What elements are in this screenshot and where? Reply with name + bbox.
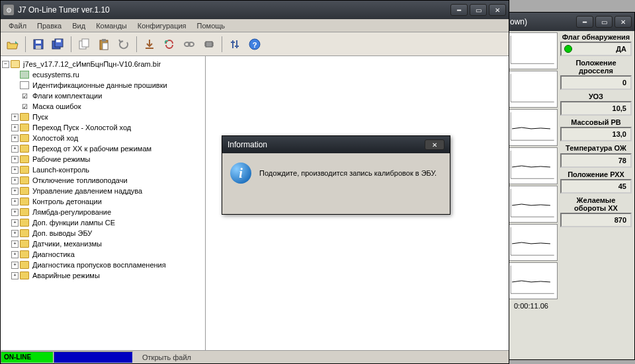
expand-icon[interactable]: + — [11, 156, 19, 163]
copy-icon[interactable] — [75, 35, 93, 54]
expand-icon[interactable]: + — [11, 145, 19, 153]
save-all-icon[interactable] — [49, 35, 67, 54]
tree-node[interactable]: +Диагностика — [2, 249, 204, 260]
menu-commands[interactable]: Команды — [91, 20, 132, 31]
chip-icon[interactable] — [200, 35, 218, 54]
tree-label[interactable]: Датчики, механизмы — [31, 240, 103, 248]
tree-node[interactable]: +Контроль детонации — [2, 196, 204, 207]
mini-graph[interactable] — [505, 224, 558, 261]
tree-label[interactable]: Переход от XX к рабочим режимам — [31, 145, 153, 153]
app-icon: ⚙ — [3, 5, 14, 15]
mini-graph[interactable] — [505, 32, 558, 69]
tree-label[interactable]: Диагностика пропусков воспламенения — [31, 261, 167, 269]
tree-node[interactable]: +Launch-контроль — [2, 164, 204, 175]
tree-root-label[interactable]: j7es_v17.7.12_cИмпБцнПцн-V10.6ram.bir — [22, 60, 162, 68]
tree-label[interactable]: Маска ошибок — [31, 102, 82, 110]
tree-root[interactable]: − j7es_v17.7.12_cИмпБцнПцн-V10.6ram.bir — [2, 59, 204, 69]
expand-icon[interactable]: + — [11, 177, 19, 184]
menu-config[interactable]: Конфигурация — [132, 20, 192, 31]
tree-node[interactable]: +Пуск — [2, 112, 204, 122]
close-button[interactable]: ✕ — [489, 4, 506, 16]
menu-file[interactable]: Файл — [3, 20, 32, 31]
undo-icon[interactable] — [114, 35, 133, 54]
expand-icon[interactable]: + — [11, 114, 19, 121]
expand-icon[interactable]: + — [11, 251, 19, 258]
expand-icon[interactable]: + — [11, 219, 19, 227]
tree-node[interactable]: ecusystems.ru — [2, 69, 204, 80]
expand-icon[interactable]: + — [11, 124, 19, 131]
tree-node[interactable]: +Лямбда-регулирование — [2, 207, 204, 217]
tree-node[interactable]: +Доп. функции лампы CE — [2, 217, 204, 228]
expand-icon[interactable]: + — [11, 262, 19, 269]
tree-node[interactable]: +Диагностика пропусков воспламенения — [2, 260, 204, 270]
open-icon[interactable] — [3, 35, 22, 54]
save-icon[interactable] — [29, 35, 48, 54]
tree-label[interactable]: Лямбда-регулирование — [31, 208, 112, 216]
tree-node[interactable]: +Переход Пуск - Холостой ход — [2, 122, 204, 133]
paste-icon[interactable] — [95, 35, 113, 54]
tree-node[interactable]: Идентификационные данные прошивки — [2, 80, 204, 91]
minimize-button[interactable]: ━ — [450, 4, 468, 16]
side-title-bar[interactable]: own) ━ ▭ ✕ — [503, 13, 634, 31]
mini-graph[interactable] — [505, 262, 558, 299]
tree-node[interactable]: +Управление давлением наддува — [2, 186, 204, 196]
title-bar[interactable]: ⚙ J7 On-Line Tuner ver.1.10 ━ ▭ ✕ — [1, 1, 509, 19]
tree-label[interactable]: Доп. функции лампы CE — [31, 219, 116, 227]
tree-label[interactable]: Доп. выводы ЭБУ — [31, 229, 93, 237]
settings-icon[interactable] — [226, 35, 244, 54]
mini-graph[interactable] — [505, 147, 558, 184]
expand-icon[interactable]: + — [11, 230, 19, 237]
tree-view[interactable]: − j7es_v17.7.12_cИмпБцнПцн-V10.6ram.bir … — [1, 56, 206, 350]
expand-icon[interactable]: + — [11, 240, 19, 248]
checkbox-icon: ☑ — [20, 92, 29, 100]
expand-icon[interactable]: + — [11, 209, 19, 216]
side-close-button[interactable]: ✕ — [614, 16, 632, 28]
tree-label[interactable]: Флаги комплектации — [31, 92, 103, 100]
tree-node[interactable]: +Холостой ход — [2, 133, 204, 143]
expand-icon[interactable]: + — [11, 166, 19, 174]
tree-label[interactable]: Холостой ход — [31, 134, 79, 142]
link-icon[interactable] — [180, 35, 198, 54]
menu-help[interactable]: Помощь — [192, 20, 231, 31]
mini-graph[interactable] — [505, 71, 558, 108]
collapse-icon[interactable]: − — [2, 61, 9, 68]
tree-label[interactable]: Отключение топливоподачи — [31, 176, 129, 184]
tree-node[interactable]: +Доп. выводы ЭБУ — [2, 228, 204, 238]
dialog-title-bar[interactable]: Information ✕ — [222, 136, 450, 153]
tree-label[interactable]: Пуск — [31, 113, 50, 121]
menu-view[interactable]: Вид — [67, 20, 91, 31]
tree-node[interactable]: +Отключение топливоподачи — [2, 175, 204, 186]
tree-node[interactable]: ☑Флаги комплектации — [2, 91, 204, 101]
tree-node[interactable]: +Аварийные режимы — [2, 270, 204, 281]
maximize-button[interactable]: ▭ — [470, 4, 487, 16]
tree-label[interactable]: Launch-контроль — [31, 166, 91, 174]
dialog-close-button[interactable]: ✕ — [425, 139, 444, 150]
tree-label[interactable]: Аварийные режимы — [31, 272, 101, 279]
svg-rect-1 — [36, 40, 41, 44]
mini-graph[interactable] — [505, 186, 558, 223]
help-icon[interactable]: ? — [245, 35, 264, 54]
tree-label[interactable]: Контроль детонации — [31, 198, 103, 205]
tree-label[interactable]: Переход Пуск - Холостой ход — [31, 124, 132, 131]
expand-icon[interactable]: + — [11, 135, 19, 142]
expand-icon[interactable]: + — [11, 272, 19, 279]
status-file: Открыть файл — [140, 351, 509, 363]
tree-node[interactable]: +Переход от XX к рабочим режимам — [2, 143, 204, 154]
tree-node[interactable]: ☑Маска ошибок — [2, 101, 204, 112]
menu-edit[interactable]: Правка — [32, 20, 67, 31]
download-icon[interactable] — [140, 35, 159, 54]
expand-icon[interactable]: + — [11, 198, 19, 205]
tree-node[interactable]: +Датчики, механизмы — [2, 238, 204, 249]
expand-icon[interactable]: + — [11, 188, 19, 195]
tree-node[interactable]: +Рабочие режимы — [2, 154, 204, 164]
side-maximize-button[interactable]: ▭ — [595, 16, 613, 28]
side-minimize-button[interactable]: ━ — [576, 16, 593, 28]
tree-label[interactable]: ecusystems.ru — [31, 71, 81, 79]
mini-graph[interactable] — [505, 109, 558, 146]
tree-label[interactable]: Диагностика — [31, 250, 76, 258]
tree-label[interactable]: Рабочие режимы — [31, 155, 91, 163]
tree-label[interactable]: Идентификационные данные прошивки — [31, 81, 169, 89]
tree-label[interactable]: Управление давлением наддува — [31, 187, 144, 195]
sync-icon[interactable] — [160, 35, 179, 54]
value-display: ДА — [560, 42, 632, 56]
